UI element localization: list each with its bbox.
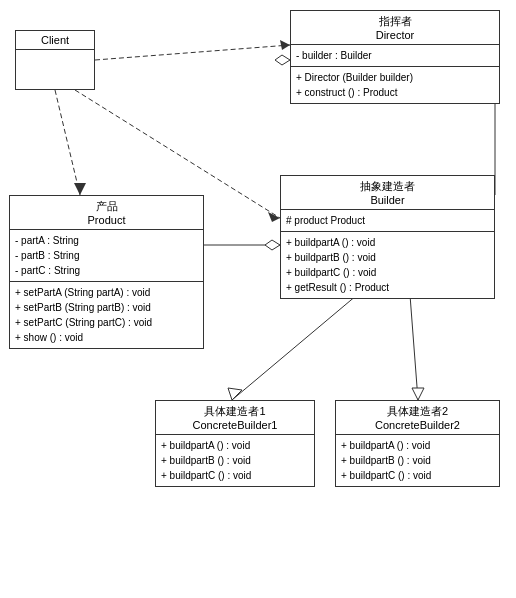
svg-marker-8 xyxy=(275,55,290,65)
concrete1-methods: + buildpartA () : void + buildpartB () :… xyxy=(156,435,314,486)
builder-header: 抽象建造者 Builder xyxy=(281,176,494,210)
director-methods: + Director (Builder builder) + construct… xyxy=(291,67,499,103)
client-header: Client xyxy=(16,31,94,50)
concrete1-header: 具体建造者1 ConcreteBuilder1 xyxy=(156,401,314,435)
director-header: 指挥者 Director xyxy=(291,11,499,45)
svg-marker-1 xyxy=(280,40,290,50)
product-attributes: - partA : String - partB : String - part… xyxy=(10,230,203,282)
svg-marker-14 xyxy=(412,388,424,400)
svg-line-13 xyxy=(410,295,418,400)
client-box: Client xyxy=(15,30,95,90)
builder-attributes: # product Product xyxy=(281,210,494,232)
svg-marker-12 xyxy=(228,388,242,400)
svg-marker-3 xyxy=(268,212,280,222)
uml-diagram: Client 指挥者 Director - builder : Builder … xyxy=(0,0,516,598)
concrete2-header: 具体建造者2 ConcreteBuilder2 xyxy=(336,401,499,435)
svg-marker-5 xyxy=(74,183,86,195)
svg-marker-10 xyxy=(265,240,280,250)
concrete2-methods: + buildpartA () : void + buildpartB () :… xyxy=(336,435,499,486)
svg-line-0 xyxy=(95,45,290,60)
builder-box: 抽象建造者 Builder # product Product + buildp… xyxy=(280,175,495,299)
concrete-builder2-box: 具体建造者2 ConcreteBuilder2 + buildpartA () … xyxy=(335,400,500,487)
director-attributes: - builder : Builder xyxy=(291,45,499,67)
svg-line-4 xyxy=(55,90,80,195)
svg-line-11 xyxy=(232,295,357,400)
director-box: 指挥者 Director - builder : Builder + Direc… xyxy=(290,10,500,104)
product-header: 产品 Product xyxy=(10,196,203,230)
builder-methods: + buildpartA () : void + buildpartB () :… xyxy=(281,232,494,298)
concrete-builder1-box: 具体建造者1 ConcreteBuilder1 + buildpartA () … xyxy=(155,400,315,487)
product-methods: + setPartA (String partA) : void + setPa… xyxy=(10,282,203,348)
product-box: 产品 Product - partA : String - partB : St… xyxy=(9,195,204,349)
